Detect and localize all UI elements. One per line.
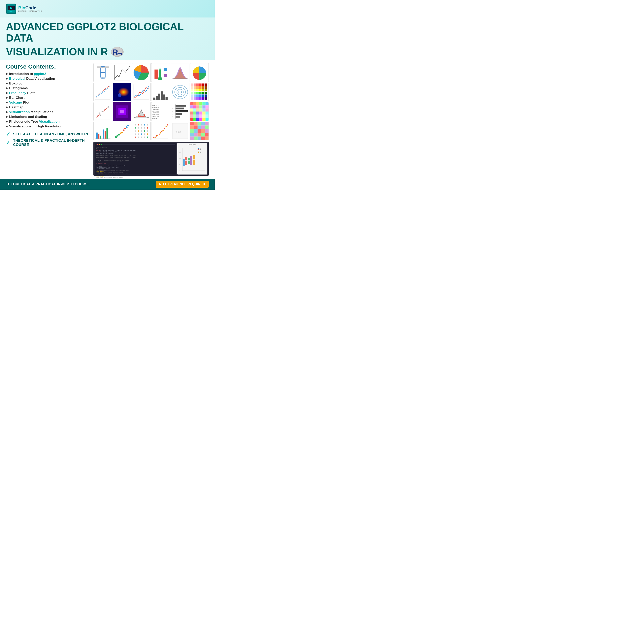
svg-rect-64 — [191, 89, 193, 91]
svg-rect-130 — [190, 105, 193, 108]
svg-rect-148 — [190, 114, 193, 117]
svg-point-184 — [144, 127, 145, 129]
svg-point-179 — [144, 124, 145, 125]
chart-thumb-tiled-heatmap — [190, 102, 209, 121]
svg-rect-134 — [202, 105, 205, 108]
title-line1: ADVANCED GGPLOT2 BIOLOGICAL DATA — [6, 21, 209, 44]
svg-point-208 — [163, 130, 164, 131]
logo-text-area: BioCode LEARN BIOINFORMATICS — [18, 6, 42, 12]
svg-point-186 — [135, 130, 136, 132]
svg-point-49 — [175, 87, 185, 97]
chart-thumb-scatter2 — [93, 102, 112, 121]
svg-rect-100 — [120, 110, 124, 113]
svg-rect-227 — [194, 129, 197, 133]
svg-rect-239 — [201, 137, 205, 140]
svg-rect-61 — [199, 86, 201, 89]
svg-point-189 — [144, 130, 145, 132]
chart-thumb-scatter — [93, 83, 112, 101]
footer-left-text: THEORETICAL & PRACTICAL IN-DEPTH COURSE — [6, 182, 90, 186]
svg-rect-216 — [190, 122, 194, 125]
list-item: Boxplot — [6, 81, 89, 85]
svg-point-207 — [161, 131, 163, 132]
svg-rect-76 — [191, 94, 193, 97]
svg-rect-73 — [199, 92, 201, 94]
svg-rect-86 — [202, 97, 204, 100]
svg-point-177 — [138, 124, 139, 125]
svg-rect-131 — [193, 105, 196, 108]
svg-point-172 — [123, 129, 124, 131]
svg-rect-87 — [205, 97, 207, 100]
svg-rect-166 — [107, 128, 108, 139]
svg-rect-19 — [155, 69, 158, 79]
check-text-2: THEORETICAL & PRACTICAL IN-DEPTH COURSE — [13, 139, 89, 147]
svg-rect-153 — [206, 114, 209, 117]
svg-rect-59 — [194, 86, 196, 89]
chart-thumb-diagonal-scatter — [151, 122, 170, 140]
svg-rect-143 — [193, 112, 196, 114]
footer-bar: THEORETICAL & PRACTICAL IN-DEPTH COURSE … — [0, 179, 215, 190]
svg-rect-240 — [205, 137, 209, 140]
svg-point-192 — [138, 133, 139, 135]
svg-rect-229 — [201, 129, 205, 133]
item-text: Biological Data Visualization — [9, 77, 55, 81]
svg-rect-114 — [176, 105, 186, 107]
svg-point-183 — [141, 127, 142, 129]
svg-point-187 — [138, 130, 139, 132]
svg-text:5k: 5k — [179, 164, 180, 165]
svg-point-198 — [141, 137, 142, 138]
svg-rect-245 — [198, 149, 199, 150]
bullet-icon — [6, 116, 8, 118]
svg-point-34 — [107, 88, 108, 89]
header: BioCode LEARN BIOINFORMATICS — [0, 0, 215, 17]
svg-text:Ala: Ala — [200, 148, 201, 149]
svg-point-196 — [135, 137, 136, 138]
svg-rect-118 — [176, 116, 180, 117]
list-item: Visualization Manipulations — [6, 110, 89, 114]
list-item: Bar Chart — [6, 96, 89, 100]
svg-point-51 — [178, 91, 181, 93]
svg-rect-234 — [201, 133, 205, 136]
svg-point-193 — [141, 133, 142, 135]
svg-rect-231 — [190, 133, 194, 136]
svg-rect-116 — [176, 110, 188, 112]
svg-rect-135 — [206, 105, 209, 108]
list-item: Limitations and Scaling — [6, 115, 89, 119]
svg-point-201 — [153, 137, 155, 138]
svg-point-206 — [160, 132, 161, 133]
code-panel-left: 1 library(ggplot2) 2 mtData <- read.csv(… — [95, 143, 176, 175]
bullet-icon — [6, 107, 8, 108]
svg-point-202 — [155, 137, 156, 138]
svg-rect-117 — [176, 113, 182, 115]
svg-rect-222 — [194, 126, 197, 129]
svg-point-32 — [104, 91, 105, 92]
svg-rect-126 — [196, 102, 199, 105]
chart-grid-row4: chart — [93, 122, 209, 140]
svg-rect-124 — [190, 102, 193, 105]
svg-point-168 — [117, 135, 118, 137]
bullet-icon — [6, 97, 8, 99]
logo-sub: LEARN BIOINFORMATICS — [18, 10, 42, 12]
code-screenshot: 1 library(ggplot2) 2 mtData <- read.csv(… — [93, 142, 209, 176]
svg-text:15k: 15k — [179, 152, 180, 153]
svg-rect-44 — [158, 94, 160, 100]
svg-text:AAACGTTG: AAACGTTG — [152, 105, 159, 106]
item-text: Visualizations in High Resolution — [9, 124, 62, 128]
svg-point-93 — [102, 111, 103, 112]
svg-rect-43 — [156, 96, 158, 100]
svg-rect-55 — [199, 83, 201, 86]
svg-rect-54 — [196, 83, 199, 86]
svg-text:0: 0 — [179, 170, 180, 171]
svg-point-174 — [126, 126, 128, 128]
svg-point-180 — [147, 124, 148, 125]
item-text: Introduction to ggplot2 — [9, 72, 46, 76]
svg-rect-155 — [193, 118, 196, 121]
svg-rect-127 — [199, 102, 202, 105]
code-toolbar — [96, 144, 175, 145]
bullet-icon — [6, 87, 8, 89]
svg-rect-140 — [202, 109, 205, 112]
svg-rect-157 — [199, 118, 202, 121]
svg-rect-251 — [183, 159, 185, 166]
svg-text:TTGCAACG: TTGCAACG — [152, 109, 159, 110]
svg-text:GCATTAGC: GCATTAGC — [152, 110, 159, 112]
chart-thumb-heatmap-density — [113, 83, 131, 101]
